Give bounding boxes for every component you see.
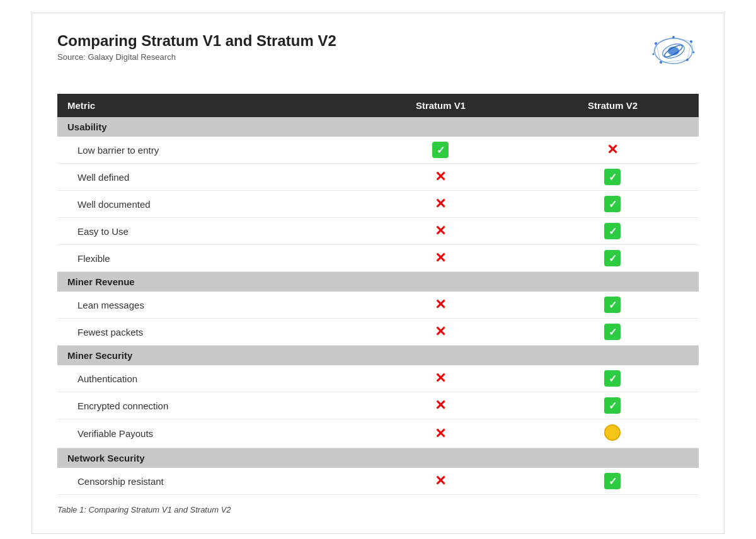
check-icon: ✓ <box>604 169 621 185</box>
cross-icon: ✕ <box>432 324 449 340</box>
table-row: Easy to Use ✕ ✓ <box>57 218 699 245</box>
circle-icon <box>604 424 621 441</box>
header-area: Comparing Stratum V1 and Stratum V2 Sour… <box>57 32 699 82</box>
v2-cell: ✓ <box>527 245 699 272</box>
cross-icon: ✕ <box>432 169 449 185</box>
category-row: Usability <box>57 117 699 137</box>
v2-cell: ✓ <box>527 218 699 245</box>
v1-cell: ✓ <box>355 137 527 164</box>
category-label: Miner Revenue <box>57 272 699 292</box>
check-icon: ✓ <box>604 250 621 266</box>
subtitle: Source: Galaxy Digital Research <box>57 52 336 62</box>
v1-cell: ✕ <box>355 191 527 218</box>
v1-cell: ✕ <box>355 245 527 272</box>
metric-label: Easy to Use <box>57 218 355 245</box>
table-row: Flexible ✕ ✓ <box>57 245 699 272</box>
check-icon: ✓ <box>604 196 621 212</box>
svg-line-11 <box>656 37 673 43</box>
logo-area <box>642 32 699 82</box>
table-row: Well defined ✕ ✓ <box>57 164 699 191</box>
v2-cell: ✓ <box>527 292 699 319</box>
v1-cell: ✕ <box>355 392 527 419</box>
cross-icon: ✕ <box>432 297 449 313</box>
v1-cell: ✕ <box>355 319 527 346</box>
table-row: Censorship resistant ✕ ✓ <box>57 468 699 495</box>
table-row: Well documented ✕ ✓ <box>57 191 699 218</box>
category-row: Network Security <box>57 448 699 468</box>
category-row: Miner Security <box>57 346 699 366</box>
cross-icon: ✕ <box>432 473 449 489</box>
table-row: Low barrier to entry ✓ ✕ <box>57 137 699 164</box>
table-row: Lean messages ✕ ✓ <box>57 292 699 319</box>
cross-icon: ✕ <box>432 397 449 414</box>
check-icon: ✓ <box>604 223 621 239</box>
v1-cell: ✕ <box>355 164 527 191</box>
v2-cell: ✓ <box>527 365 699 392</box>
svg-line-13 <box>656 43 661 62</box>
metric-label: Encrypted connection <box>57 392 355 419</box>
col-metric: Metric <box>57 94 355 117</box>
v1-cell: ✕ <box>355 292 527 319</box>
cross-icon: ✕ <box>432 250 449 266</box>
v1-cell: ✕ <box>355 419 527 448</box>
cross-icon: ✕ <box>432 426 449 442</box>
category-label: Network Security <box>57 448 699 468</box>
v2-cell <box>527 419 699 448</box>
category-row: Miner Revenue <box>57 272 699 292</box>
v2-cell: ✓ <box>527 392 699 419</box>
col-v1: Stratum V1 <box>355 94 527 117</box>
table-row: Fewest packets ✕ ✓ <box>57 319 699 346</box>
check-icon: ✓ <box>604 324 621 340</box>
table-row: Authentication ✕ ✓ <box>57 365 699 392</box>
svg-line-12 <box>673 37 691 42</box>
col-v2: Stratum V2 <box>527 94 699 117</box>
table-row: Verifiable Payouts ✕ <box>57 419 699 448</box>
v2-cell: ✓ <box>527 468 699 495</box>
v2-cell: ✓ <box>527 191 699 218</box>
v1-cell: ✕ <box>355 218 527 245</box>
metric-label: Censorship resistant <box>57 468 355 495</box>
cross-icon: ✕ <box>432 223 449 239</box>
check-icon: ✓ <box>432 142 449 158</box>
v2-cell: ✓ <box>527 319 699 346</box>
metric-label: Low barrier to entry <box>57 137 355 164</box>
metric-label: Lean messages <box>57 292 355 319</box>
metric-label: Well defined <box>57 164 355 191</box>
table-row: Encrypted connection ✕ ✓ <box>57 392 699 419</box>
table-caption: Table 1: Comparing Stratum V1 and Stratu… <box>57 505 699 514</box>
check-icon: ✓ <box>604 370 621 387</box>
cross-icon: ✕ <box>432 370 449 387</box>
check-icon: ✓ <box>604 397 621 414</box>
cross-icon: ✕ <box>432 196 449 212</box>
main-title: Comparing Stratum V1 and Stratum V2 <box>57 32 336 50</box>
v2-cell: ✓ <box>527 164 699 191</box>
metric-label: Flexible <box>57 245 355 272</box>
check-icon: ✓ <box>604 297 621 313</box>
metric-label: Well documented <box>57 191 355 218</box>
category-label: Usability <box>57 117 699 137</box>
v1-cell: ✕ <box>355 365 527 392</box>
metric-label: Verifiable Payouts <box>57 419 355 448</box>
metric-label: Fewest packets <box>57 319 355 346</box>
main-card: Comparing Stratum V1 and Stratum V2 Sour… <box>32 13 724 534</box>
check-icon: ✓ <box>604 473 621 489</box>
v2-cell: ✕ <box>527 137 699 164</box>
cross-icon: ✕ <box>604 142 621 158</box>
metric-label: Authentication <box>57 365 355 392</box>
v1-cell: ✕ <box>355 468 527 495</box>
category-label: Miner Security <box>57 346 699 366</box>
title-block: Comparing Stratum V1 and Stratum V2 Sour… <box>57 32 336 62</box>
comparison-table: Metric Stratum V1 Stratum V2 Usability L… <box>57 94 699 495</box>
